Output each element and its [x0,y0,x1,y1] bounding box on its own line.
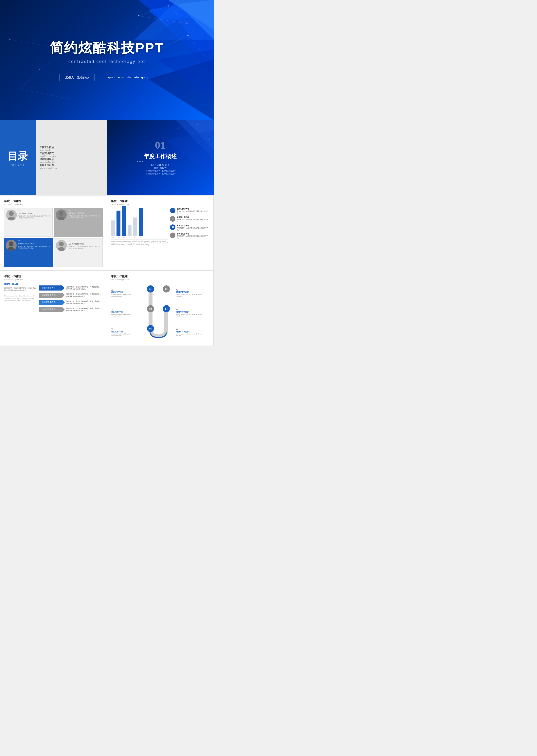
slide5-subtitle: click to add caption text [111,203,209,205]
process-item-02: 02 请填写文字内容 please replace text, click ad… [176,289,209,297]
process-item-03: 03 请填写文字内容 please replace text, click ad… [111,309,137,317]
svg-point-5 [9,39,11,40]
contents-item-3-en: successful project [40,161,103,163]
process-item-05: 05 请填写文字内容 please replace text, click ad… [111,328,137,336]
contents-item-1-en: annual work [40,149,103,152]
svg-point-41 [58,216,65,220]
testimonial-1-quote: 点击请添加文字内容 [19,212,51,214]
svg-text:04: 04 [165,308,168,310]
arrow-detail-4: 请替换文字，点击添加相关标题，修改文字内容，也可以复制你的内容在此处。 [65,307,103,313]
slide7-title: 年度工作概述 [111,275,209,278]
location-icon: 📍 [170,233,176,238]
annual-title-en: annual work summary [137,163,184,169]
barchart-slide: 年度工作概述 click to add caption text 55 70 [107,195,214,271]
svg-point-39 [8,217,15,220]
annual-number: 01 [137,140,184,151]
svg-point-42 [9,242,14,246]
process-left-col: 01 请填写文字内容 please replace text, click ad… [111,283,137,342]
testimonial-4-detail: 请替换文字，点击添加相关标题，修改文字内容，也可以复制你的内容在此处。 [68,245,101,249]
hero-title-chinese: 简约炫酷科技PPT [50,39,164,57]
testimonial-3: " 点击请添加文字字内容 请替换文字，点击添加相关标题，修改文字内容，也可以复制… [4,238,53,267]
contents-item-3-cn: 成功项目展示 [40,158,103,161]
svg-point-28 [187,35,188,36]
testimonial-3-detail: 请替换文字，点击添加相关标题，修改文字内容，也可以复制你的内容在此处。 [18,245,51,249]
process-item-04: 04 请填写文字内容 please replace text, click ad… [176,309,209,317]
arrow-item-2: 请填写文字内容 请替换文字，点击添加相关标题，修改文字内容，也可以复制你的内容在… [39,292,103,298]
contents-item-3: 成功项目展示 successful project [40,158,103,163]
svg-point-6 [39,69,40,70]
hero-title-english: contracted cool technology ppt [68,59,145,64]
slide7-subtitle: click to add caption text [111,279,209,281]
slide6-title: 年度工作概述 [4,275,103,278]
heart-icon: ♡ [170,216,176,222]
testimonials-slide: 年度工作概述 click to add caption text " 点击请添加… [0,195,107,271]
svg-point-24 [138,15,139,17]
testimonial-2-quote: 点击请添加文字字内容 [68,212,101,214]
contents-item-1-cn: 年度工作概述 [40,146,103,149]
arrow-detail-3: 请替换文字，点击添加相关标题，修改文字内容，也可以复制你的内容在此处。 [65,299,103,305]
avatar-3 [6,240,17,251]
svg-point-36 [197,123,198,125]
chart-icon-4: 📍 请填写文字内容 请替换文字，点击添加相关标题，修改文字内容。 [170,233,209,239]
slide5-title: 年度工作概述 [111,200,209,203]
arrow-detail-2: 请替换文字，点击添加相关标题，修改文字内容，也可以复制你的内容在此处。 [65,292,103,298]
arrow-item-3: 请填写文字内容 请替换文字，点击添加相关标题，修改文字内容，也可以复制你的内容在… [39,299,103,305]
u-shape-diagram: 01 02 03 04 05 [139,283,174,342]
bar-2: 70 [116,210,120,239]
svg-point-9 [69,99,70,99]
calendar-icon: ▦ [170,224,176,230]
contents-left-panel: 目录 contents [0,120,36,195]
testimonials-grid: " 点击请添加文字内容 请替换文字，点击添加相关标题，修改文字内容，也可以复制你… [4,208,103,267]
annual-title-cn: 年度工作概述 [137,153,184,160]
chart-icon-1: 📞 请填写文字内容 请替换文字，点击添加相关标题，修改文字内容。 [170,208,209,214]
process-item-06: 06 请填写文字内容 please replace text, click ad… [176,328,209,336]
testimonial-1-detail: 请替换文字，点击添加相关标题，修改文字内容，也可以复制你的内容在此处。 [19,215,51,219]
contents-item-2-cn: 工作完成情况 [40,152,103,155]
arrow-label-3: 请填写文字内容 [39,300,65,305]
process-right-col: 02 请填写文字内容 please replace text, click ad… [176,283,209,342]
arrow-detail-1: 请替换文字，点击添加相关标题，修改文字内容，也可以复制你的内容在此处。 [65,285,103,291]
svg-text:03: 03 [149,308,152,310]
svg-line-4 [20,89,69,99]
annual-slide: 01 年度工作概述 annual work summary • 添加组以标题文字… [107,120,214,195]
slide4-title: 年度工作概述 [4,200,103,203]
contents-item-1: 年度工作概述 annual work [40,146,103,152]
arrows-list: 请填写文字内容 请替换文字，点击添加相关标题，修改文字内容，也可以复制你的内容在… [39,285,103,313]
chart-icon-3: ▦ 请填写文字内容 请替换文字，点击添加相关标题，修改文字内容。 [170,224,209,231]
bar-4: 40 [128,225,132,239]
chart-icon-2: ♡ 请填写文字内容 请替换文字，点击添加相关标题，修改文字内容。 [170,216,209,223]
hero-badge-cn: 汇报人：道格办公 [60,74,95,81]
svg-point-43 [8,247,15,251]
bar-1: 55 [111,220,115,239]
arrow-label-4: 请填写文字内容 [39,307,65,312]
testimonial-2: " 点击请添加文字字内容 请替换文字，点击添加相关标题，修改文字内容，也可以复制… [54,208,103,237]
svg-text:02: 02 [165,288,168,290]
arrow-process-slide: 年度工作概述 click to add caption text 请填写文字内容… [0,271,107,346]
slide6-subtitle: click to add caption text [4,279,103,281]
contents-item-4-en: next year work plan [40,167,103,169]
svg-point-44 [59,242,64,246]
row-2: 目录 contents 年度工作概述 annual work 工作完成情况 co… [0,120,214,195]
svg-text:01: 01 [149,288,152,290]
arrow-item-4: 请填写文字内容 请替换文字，点击添加相关标题，修改文字内容，也可以复制你的内容在… [39,307,103,313]
contents-list: 年度工作概述 annual work 工作完成情况 completion of … [36,120,107,195]
avatar-2 [56,209,67,220]
row-4: 年度工作概述 click to add caption text 请填写文字内容… [0,271,214,346]
testimonial-4: " 点击请添加文字字内容 请替换文字，点击添加相关标题，修改文字内容，也可以复制… [54,238,103,267]
svg-point-8 [20,89,20,89]
testimonial-1: " 点击请添加文字内容 请替换文字，点击添加相关标题，修改文字内容，也可以复制你… [4,208,53,237]
svg-point-40 [59,211,63,216]
slide6-left-text: 请填写文字内容 请替换文字，点击添加相关标题，修改文字内容，也可以复制你的内容在… [4,283,36,313]
bar-5: 60 [133,217,137,239]
contents-item-4-cn: 明年工作计划 [40,164,103,167]
testimonial-4-quote: 点击请添加文字字内容 [68,243,101,245]
svg-point-25 [168,5,169,7]
svg-line-3 [20,69,40,89]
testimonial-3-quote: 点击请添加文字字内容 [18,243,51,245]
contents-item-2: 工作完成情况 completion of work [40,152,103,157]
contents-title-en: contents [11,163,24,166]
svg-point-26 [187,23,188,24]
chart-footer: please replace text, click add and relev… [111,240,168,245]
svg-text:05: 05 [149,328,152,330]
svg-point-45 [58,247,65,251]
